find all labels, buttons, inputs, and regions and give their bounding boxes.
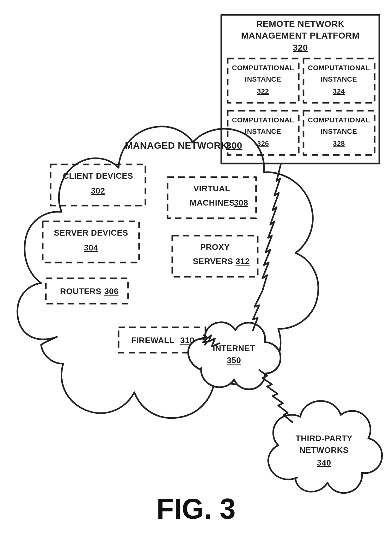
routers-label: ROUTERS <box>60 287 101 296</box>
instance-326-label2: INSTANCE <box>245 127 281 135</box>
instance-328-box: COMPUTATIONAL INSTANCE 328 <box>303 111 375 155</box>
instance-322-label1: COMPUTATIONAL <box>232 64 294 72</box>
virtual-machines-ref: 308 <box>234 198 248 207</box>
instance-326-label1: COMPUTATIONAL <box>232 116 294 124</box>
instance-324-label2: INSTANCE <box>321 75 357 83</box>
firewall-label: FIREWALL <box>131 336 175 345</box>
instance-326-ref: 326 <box>257 139 269 147</box>
diagram-svg: MANAGED NETWORK 300 CLIENT DEVICES 302 S… <box>0 0 392 550</box>
proxy-servers-label1: PROXY <box>200 242 230 252</box>
server-devices-ref: 304 <box>84 243 98 252</box>
proxy-servers-label2: SERVERS <box>193 256 233 266</box>
virtual-machines-label1: VIRTUAL <box>193 184 230 193</box>
managed-network-ref: 300 <box>226 140 242 151</box>
instance-328-label1: COMPUTATIONAL <box>308 116 370 124</box>
instance-328-label2: INSTANCE <box>321 127 357 135</box>
instance-322-box: COMPUTATIONAL INSTANCE 322 <box>228 59 299 103</box>
instance-322-ref: 322 <box>257 87 269 95</box>
server-devices-label: SERVER DEVICES <box>54 228 128 238</box>
managed-network-cloud: MANAGED NETWORK 300 CLIENT DEVICES 302 S… <box>17 127 318 418</box>
third-party-label2: NETWORKS <box>299 445 349 455</box>
link-internet-thirdparty <box>259 370 292 422</box>
proxy-servers-ref: 312 <box>236 256 250 266</box>
rnmp-ref: 320 <box>293 43 308 53</box>
rnmp-title1: REMOTE NETWORK <box>256 19 344 29</box>
third-party-label1: THIRD-PARTY <box>296 434 352 443</box>
instance-328-ref: 328 <box>333 139 345 147</box>
routers-ref: 306 <box>104 287 119 296</box>
instance-324-box: COMPUTATIONAL INSTANCE 324 <box>303 59 375 103</box>
figure-label: FIG. 3 <box>156 493 236 525</box>
rnmp-title2: MANAGEMENT PLATFORM <box>241 31 360 40</box>
virtual-machines-label2: MACHINES <box>190 198 235 207</box>
internet-label: INTERNET <box>213 343 255 353</box>
managed-network-title: MANAGED NETWORK <box>125 140 228 151</box>
internet-ref: 350 <box>227 355 241 365</box>
instance-324-ref: 324 <box>333 87 345 95</box>
client-devices-label: CLIENT DEVICES <box>63 171 133 181</box>
instance-322-label2: INSTANCE <box>245 75 281 83</box>
instance-324-label1: COMPUTATIONAL <box>308 64 370 72</box>
client-devices-ref: 302 <box>91 186 105 195</box>
third-party-ref: 340 <box>317 458 331 467</box>
